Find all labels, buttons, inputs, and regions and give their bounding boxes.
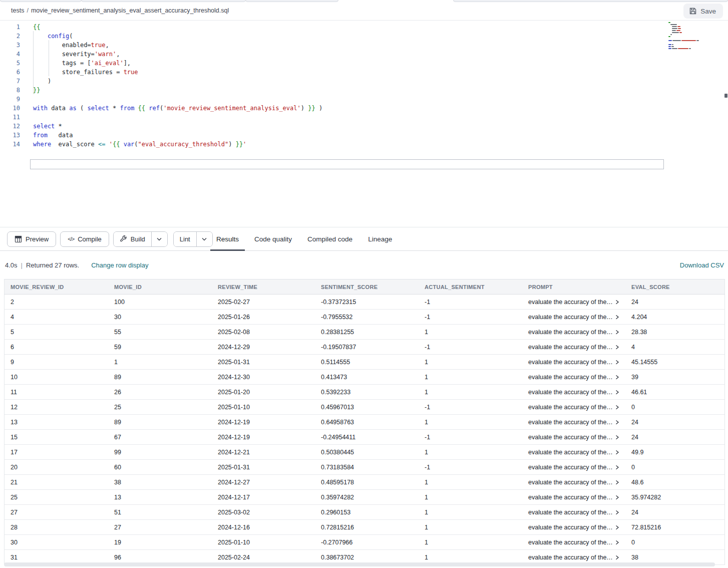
code-line[interactable]: 6 store_failures = true [0, 68, 728, 77]
indent-guide [33, 31, 34, 94]
cell: 2025-01-31 [212, 460, 315, 474]
expand-prompt-icon[interactable] [615, 405, 619, 410]
line-number: 7 [0, 77, 20, 86]
table-row[interactable]: 10892024-12-300.4134731evaluate the accu… [4, 370, 725, 385]
cell: 12 [5, 400, 108, 414]
code-line[interactable]: 10with data as ( select * from {{ ref('m… [0, 104, 728, 113]
preview-button[interactable]: Preview [7, 231, 56, 247]
change-row-display-link[interactable]: Change row display [91, 261, 148, 269]
code-line[interactable]: 8}} [0, 86, 728, 95]
build-button[interactable]: Build [114, 232, 151, 246]
code-token: ' [243, 141, 246, 148]
tab-results[interactable]: Results [210, 227, 245, 251]
code-line[interactable]: 7 ) [0, 77, 728, 86]
expand-prompt-icon[interactable] [615, 390, 619, 395]
tab-compiled-code[interactable]: Compiled code [301, 227, 358, 251]
expand-prompt-icon[interactable] [615, 480, 619, 485]
expand-prompt-icon[interactable] [615, 510, 619, 515]
expand-prompt-icon[interactable] [615, 420, 619, 425]
code-line-text: where eval_score <= '{{ var("eval_accura… [20, 141, 246, 148]
breadcrumb-bar: tests/movie_review_sentiment_analysis_ev… [0, 2, 728, 21]
cell: 2025-01-10 [212, 400, 315, 414]
expand-prompt-icon[interactable] [615, 540, 619, 545]
expand-prompt-icon[interactable] [615, 495, 619, 500]
cell: 72.815216 [625, 520, 724, 534]
lint-button[interactable]: Lint [174, 232, 196, 246]
code-line[interactable]: 14where eval_score <= '{{ var("eval_accu… [0, 140, 728, 149]
cell: 2 [5, 295, 108, 309]
code-line[interactable]: 4 severity='warn', [0, 50, 728, 59]
editor-scrollbar-thumb[interactable] [724, 94, 727, 98]
code-token: ( [77, 105, 88, 112]
cell: 4.204 [625, 310, 724, 324]
table-row[interactable]: 25132024-12-170.359742821evaluate the ac… [4, 490, 725, 505]
tab-lineage[interactable]: Lineage [362, 227, 398, 251]
cell: 0.2960153 [315, 505, 419, 519]
table-row[interactable]: 6592024-12-29-0.19507837-1evaluate the a… [4, 340, 725, 355]
table-row[interactable]: 4302025-01-26-0.7955532-1evaluate the ac… [4, 310, 725, 325]
expand-prompt-icon[interactable] [615, 465, 619, 470]
table-row[interactable]: 21002025-02-27-0.37372315-1evaluate the … [4, 295, 725, 310]
expand-prompt-icon[interactable] [615, 555, 619, 560]
compile-button[interactable]: </> Compile [60, 231, 109, 247]
expand-prompt-icon[interactable] [615, 345, 619, 350]
table-row[interactable]: 27512025-03-020.29601531evaluate the acc… [4, 505, 725, 520]
expand-prompt-icon[interactable] [615, 330, 619, 335]
table-row[interactable]: 28272024-12-160.728152161evaluate the ac… [4, 520, 725, 535]
table-row[interactable]: 12252025-01-100.45967013-1evaluate the a… [4, 400, 725, 415]
prompt-text: evaluate the accuracy of the res… [528, 434, 613, 441]
build-button-label: Build [131, 235, 145, 243]
expand-prompt-icon[interactable] [615, 435, 619, 440]
code-line-text: severity='warn', [20, 51, 120, 58]
cell: 27 [5, 505, 108, 519]
table-row[interactable]: 15672024-12-19-0.24954411-1evaluate the … [4, 430, 725, 445]
table-row[interactable]: 30192025-01-10-0.27079661evaluate the ac… [4, 535, 725, 550]
code-token: with [33, 105, 48, 112]
prompt-text: evaluate the accuracy of the res… [528, 299, 613, 306]
horizontal-scrollbar-thumb[interactable] [4, 562, 715, 566]
code-line[interactable]: 5 tags = ['ai_eval'], [0, 59, 728, 68]
cell: -0.37372315 [315, 295, 419, 309]
cell: -1 [419, 295, 522, 309]
code-line[interactable]: 11 [0, 113, 728, 122]
prompt-cell: evaluate the accuracy of the res… [522, 355, 625, 369]
code-line[interactable]: 13from data [0, 131, 728, 140]
code-token: <= [98, 141, 105, 148]
table-row[interactable]: 20602025-01-310.73183584-1evaluate the a… [4, 460, 725, 475]
minimap[interactable] [667, 22, 715, 66]
breadcrumb-folder[interactable]: tests [11, 7, 24, 14]
cell: 1 [419, 505, 522, 519]
line-number: 14 [0, 140, 20, 149]
table-row[interactable]: 11262025-01-200.53922331evaluate the acc… [4, 385, 725, 400]
expand-prompt-icon[interactable] [615, 300, 619, 305]
code-line[interactable]: 12select * [0, 122, 728, 131]
expand-prompt-icon[interactable] [615, 450, 619, 455]
code-token: ], [124, 60, 131, 67]
table-row[interactable]: 13892024-12-190.649587631evaluate the ac… [4, 415, 725, 430]
code-line[interactable]: 2 config( [0, 32, 728, 41]
build-dropdown-button[interactable] [151, 232, 167, 246]
table-row[interactable]: 17992024-12-210.503804451evaluate the ac… [4, 445, 725, 460]
tab-code-quality[interactable]: Code quality [248, 227, 298, 251]
expand-prompt-icon[interactable] [615, 315, 619, 320]
expand-prompt-icon[interactable] [615, 375, 619, 380]
code-editor[interactable]: 1{{2 config(3 enabled=true,4 severity='w… [0, 21, 728, 227]
table-row[interactable]: 912025-01-310.51145551evaluate the accur… [4, 355, 725, 370]
code-line[interactable]: 1{{ [0, 23, 728, 32]
cell: 59 [108, 340, 212, 354]
table-row[interactable]: 5552025-02-080.283812551evaluate the acc… [4, 325, 725, 340]
code-line[interactable]: 3 enabled=true, [0, 41, 728, 50]
query-duration: 4.0s [5, 261, 18, 269]
download-csv-link[interactable]: Download CSV [680, 261, 724, 269]
lint-dropdown-button[interactable] [196, 232, 212, 246]
column-header-actual_sentiment: ACTUAL_SENTIMENT [419, 279, 522, 294]
cell: 51 [108, 505, 212, 519]
preview-button-label: Preview [26, 235, 49, 243]
expand-prompt-icon[interactable] [615, 360, 619, 365]
cell: 0.35974282 [315, 490, 419, 504]
code-line[interactable]: 9 [0, 95, 728, 104]
table-row[interactable]: 21382024-12-270.485951781evaluate the ac… [4, 475, 725, 490]
cell: 0 [625, 535, 724, 549]
save-button[interactable]: Save [683, 4, 723, 19]
expand-prompt-icon[interactable] [615, 525, 619, 530]
